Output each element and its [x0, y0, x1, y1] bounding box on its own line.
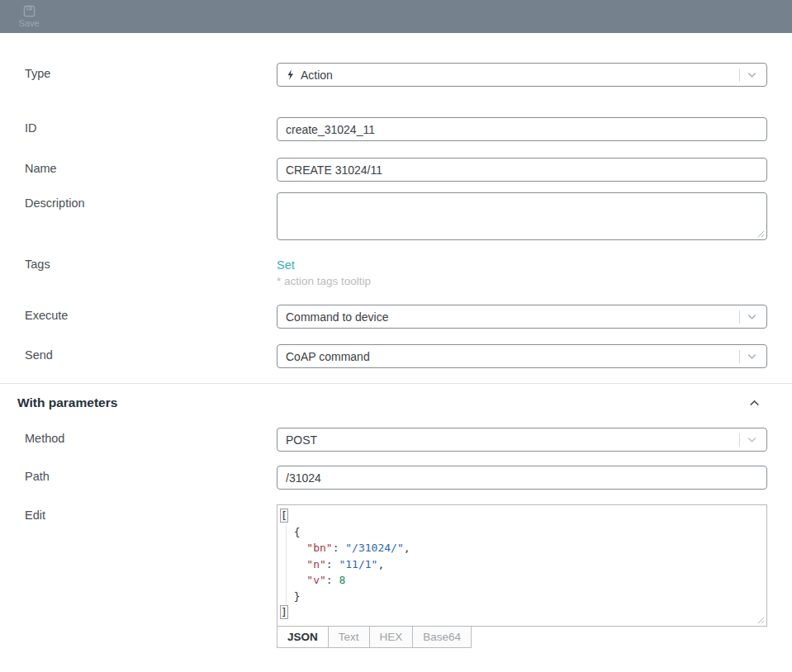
field-row-id: ID — [0, 117, 792, 141]
tab-text[interactable]: Text — [328, 626, 370, 648]
code-line: "bn": "/31024/", — [281, 540, 763, 556]
save-icon — [23, 5, 36, 17]
tags-label: Tags — [25, 258, 277, 271]
type-value: Action — [301, 69, 739, 82]
type-select[interactable]: Action — [277, 63, 767, 87]
field-row-name: Name — [0, 158, 792, 182]
field-row-type: Type Action — [0, 63, 792, 87]
chevron-down-icon — [746, 350, 758, 362]
id-label: ID — [25, 117, 277, 135]
path-input[interactable] — [277, 466, 767, 490]
name-input[interactable] — [277, 158, 767, 182]
toolbar: Save — [0, 0, 792, 33]
indent-guide — [286, 524, 287, 604]
field-row-send: Send CoAP command — [0, 344, 792, 368]
id-input[interactable] — [277, 117, 767, 141]
save-label: Save — [18, 18, 39, 28]
code-line: { — [281, 524, 763, 541]
field-row-method: Method POST — [0, 428, 792, 452]
method-label: Method — [25, 428, 277, 445]
send-label: Send — [25, 344, 277, 362]
description-textarea[interactable] — [277, 192, 767, 240]
tab-base64[interactable]: Base64 — [412, 626, 472, 648]
field-row-tags: Tags Set * action tags tooltip — [0, 258, 792, 287]
field-row-path: Path — [0, 466, 792, 490]
send-value: CoAP command — [286, 350, 739, 363]
chevron-down-icon — [746, 433, 758, 446]
editor-format-tabs: JSONTextHEXBase64 — [277, 626, 767, 648]
tab-hex[interactable]: HEX — [369, 626, 414, 648]
field-row-execute: Execute Command to device — [0, 305, 792, 329]
edit-label: Edit — [25, 504, 277, 522]
code-line: [ — [281, 508, 763, 524]
with-parameters-title: With parameters — [17, 395, 117, 410]
code-editor[interactable]: [ { "bn": "/31024/", "n": "11/1", "v": 8… — [277, 504, 767, 627]
execute-select[interactable]: Command to device — [277, 305, 767, 329]
type-label: Type — [25, 63, 277, 80]
field-row-description: Description — [0, 192, 792, 244]
method-value: POST — [286, 433, 739, 447]
lightning-icon — [286, 69, 295, 81]
execute-value: Command to device — [286, 310, 739, 324]
code-line: ] — [281, 604, 763, 621]
description-label: Description — [25, 192, 277, 210]
method-select[interactable]: POST — [277, 428, 767, 452]
field-row-edit: Edit [ { "bn": "/31024/", "n": "11/1", "… — [0, 504, 792, 648]
action-editor-page: Save Type Action ID — [0, 0, 792, 648]
section-divider — [0, 383, 792, 384]
path-label: Path — [25, 466, 277, 483]
tags-tooltip: * action tags tooltip — [277, 275, 767, 287]
resize-handle[interactable] — [757, 230, 765, 238]
execute-label: Execute — [25, 305, 277, 322]
editor-resize-handle[interactable] — [757, 617, 765, 624]
code-line: "n": "11/1", — [281, 556, 763, 573]
tab-json[interactable]: JSON — [277, 626, 329, 648]
chevron-down-icon — [746, 69, 758, 81]
tags-set-link[interactable]: Set — [277, 258, 295, 272]
with-parameters-header: With parameters — [0, 392, 792, 414]
code-line: "v": 8 — [281, 572, 763, 589]
code-line: } — [281, 589, 763, 605]
chevron-up-icon — [747, 400, 761, 413]
send-select[interactable]: CoAP command — [277, 344, 767, 368]
save-button[interactable]: Save — [10, 3, 48, 30]
collapse-section-button[interactable] — [747, 396, 761, 410]
name-label: Name — [25, 158, 277, 175]
chevron-down-icon — [746, 310, 758, 323]
